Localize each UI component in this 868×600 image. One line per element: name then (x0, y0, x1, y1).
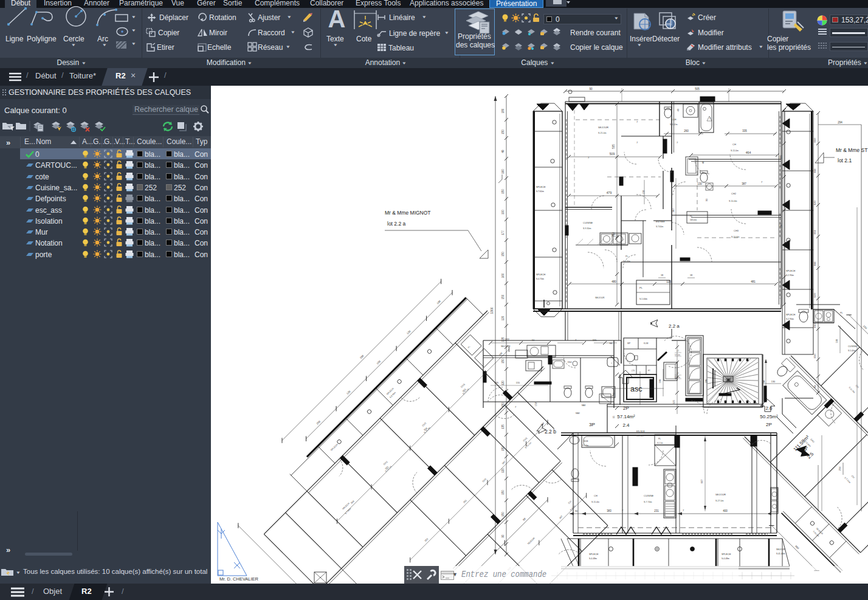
svg-text:125: 125 (673, 400, 675, 404)
svg-text:166: 166 (659, 379, 661, 383)
svg-text:S.70.1m: S.70.1m (525, 441, 532, 449)
svg-text:MAX: MAX (576, 412, 580, 415)
svg-text:254: 254 (540, 422, 545, 426)
svg-text:PL: PL (658, 438, 661, 440)
svg-text:SPLECH: SPLECH (330, 443, 339, 452)
svg-text:S.5.40m: S.5.40m (848, 350, 856, 352)
svg-text:1300: 1300 (490, 307, 494, 314)
svg-text:152: 152 (613, 393, 615, 396)
svg-text:160: 160 (501, 169, 505, 174)
svg-text:S.41.44m: S.41.44m (776, 553, 785, 555)
svg-text:S.7.90m: S.7.90m (345, 508, 352, 515)
svg-text:100: 100 (836, 339, 838, 343)
svg-text:S.10.4m: S.10.4m (729, 200, 737, 202)
svg-text:S.DE: S.DE (671, 119, 677, 121)
svg-text:400: 400 (723, 509, 728, 512)
svg-text:150: 150 (813, 138, 816, 143)
svg-text:S.2.90m: S.2.90m (786, 274, 794, 277)
svg-text:231: 231 (654, 509, 659, 512)
svg-text:347: 347 (501, 461, 506, 465)
svg-text:7: 7 (636, 141, 638, 144)
svg-text:S.1.5m: S.1.5m (657, 442, 663, 444)
svg-text:CUISINE: CUISINE (644, 494, 654, 497)
svg-text:480: 480 (611, 280, 616, 283)
svg-text:CH2: CH2 (731, 192, 737, 195)
svg-text:130: 130 (771, 381, 775, 383)
svg-text:CH: CH (732, 143, 736, 146)
svg-text:294: 294 (350, 500, 354, 505)
svg-text:lot 2.2 a: lot 2.2 a (387, 221, 406, 227)
svg-text:SEJOUR: SEJOUR (527, 537, 536, 545)
svg-text:PL: PL (690, 215, 692, 218)
svg-text:CH: CH (855, 384, 860, 389)
svg-text:160: 160 (501, 273, 505, 278)
svg-text:SPLECH: SPLECH (722, 553, 731, 556)
svg-text:3P: 3P (589, 422, 595, 427)
svg-text:181: 181 (813, 168, 816, 173)
svg-text:PL: PL (639, 286, 643, 289)
svg-text:S.4.70m: S.4.70m (536, 278, 544, 280)
svg-text:WP: WP (627, 342, 630, 345)
svg-text:S.1.00m: S.1.00m (623, 260, 630, 263)
svg-text:93: 93 (706, 199, 708, 201)
svg-text:181: 181 (813, 261, 816, 266)
svg-text:lot 2.1: lot 2.1 (838, 157, 852, 164)
svg-text:40: 40 (702, 161, 704, 164)
svg-text:Mr & Mme MIGNOT: Mr & Mme MIGNOT (385, 210, 431, 216)
svg-text:50.25m²: 50.25m² (760, 414, 778, 419)
svg-text:S.4.48m: S.4.48m (722, 557, 729, 560)
svg-text:120: 120 (813, 201, 816, 205)
svg-text:CH3: CH3 (734, 229, 739, 232)
svg-text:180: 180 (501, 108, 505, 113)
svg-text:CUISINE: CUISINE (583, 221, 593, 224)
svg-text:S.T.60m: S.T.60m (536, 190, 544, 193)
svg-text:150: 150 (501, 129, 505, 134)
svg-text:90: 90 (501, 534, 505, 538)
svg-text:S.11.0m: S.11.0m (731, 150, 739, 152)
svg-text:S.11.0m: S.11.0m (848, 386, 855, 393)
svg-text:151: 151 (813, 230, 816, 235)
svg-text:S.21.0m: S.21.0m (598, 132, 606, 134)
svg-text:150: 150 (501, 189, 505, 194)
svg-text:387: 387 (742, 182, 746, 185)
svg-text:18: 18 (661, 274, 663, 277)
svg-text:120: 120 (501, 316, 505, 320)
svg-text:Mr & Mme ST: Mr & Mme ST (836, 147, 867, 153)
svg-text:135: 135 (501, 424, 505, 429)
svg-text:CH: CH (594, 494, 598, 497)
svg-text:SEJOUR: SEJOUR (595, 297, 605, 299)
svg-text:201: 201 (463, 499, 467, 503)
svg-text:EAU: EAU (810, 438, 815, 444)
svg-text:S.T.60m: S.T.60m (656, 226, 664, 228)
svg-text:CH: CH (850, 474, 855, 479)
svg-text:PL: PL (625, 255, 628, 258)
svg-text:150: 150 (813, 354, 816, 359)
svg-text:481: 481 (751, 280, 756, 283)
svg-text:120: 120 (813, 293, 816, 298)
svg-text:PL: PL (840, 312, 843, 314)
svg-text:S.1.9m: S.1.9m (582, 444, 588, 447)
svg-text:SPLECH: SPLECH (536, 274, 545, 276)
svg-text:S.4.62m: S.4.62m (670, 123, 678, 126)
svg-text:7: 7 (761, 181, 763, 184)
svg-text:49: 49 (501, 150, 505, 153)
svg-text:S.2.90m: S.2.90m (786, 318, 794, 320)
svg-text:15: 15 (613, 416, 615, 418)
svg-text:2.2 a: 2.2 a (669, 323, 680, 329)
svg-text:150: 150 (568, 360, 573, 364)
svg-text:294: 294 (838, 121, 842, 124)
svg-text:CH2: CH2 (421, 421, 427, 427)
svg-text:204: 204 (763, 381, 765, 384)
svg-text:SPLECH: SPLECH (589, 553, 598, 556)
svg-text:10: 10 (532, 339, 535, 342)
svg-text:S.1.00m: S.1.00m (639, 298, 647, 300)
svg-text:SEJOUR: SEJOUR (598, 126, 608, 129)
svg-text:509: 509 (610, 152, 615, 156)
svg-text:150: 150 (501, 402, 505, 407)
svg-text:18: 18 (690, 274, 692, 277)
svg-text:367: 367 (672, 208, 675, 213)
svg-text:+1: +1 (677, 350, 679, 352)
svg-text:SPLECH: SPLECH (786, 270, 795, 272)
svg-text:S.10.6m: S.10.6m (731, 236, 739, 238)
svg-text:150: 150 (501, 252, 505, 257)
